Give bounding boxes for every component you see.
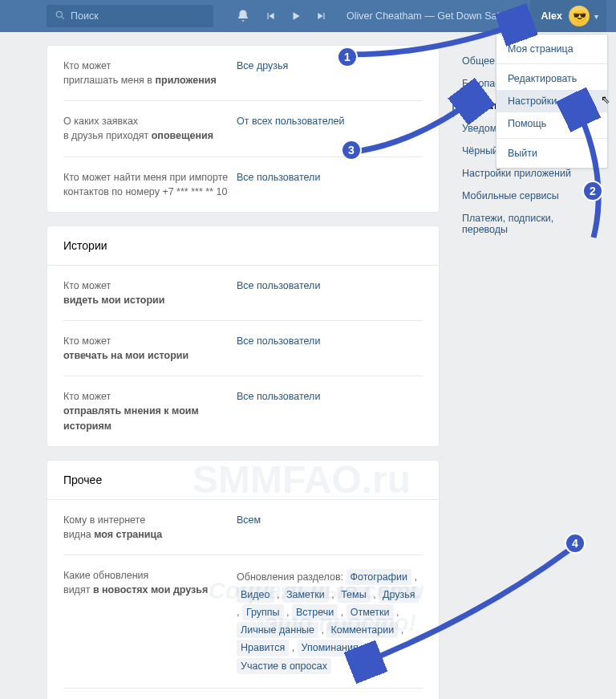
next-track-icon[interactable] xyxy=(316,10,327,22)
top-bar: Oliver Cheatham — Get Down Sat... Alex 😎… xyxy=(0,0,616,32)
setting-label: Кто может отправлять мнения к моим истор… xyxy=(63,389,237,433)
news-chip[interactable]: Личные данные xyxy=(237,622,318,638)
setting-row: Тип профиля Открытый xyxy=(63,689,423,699)
setting-value[interactable]: Всем xyxy=(237,513,423,542)
setting-label: Кто может приглашать меня в приложения xyxy=(63,59,237,87)
search-input[interactable] xyxy=(71,10,205,22)
news-chip[interactable]: Фотографии xyxy=(346,569,411,585)
setting-row: Кто может отвечать на мои историиВсе пол… xyxy=(63,321,423,376)
profile-menu-trigger[interactable]: Alex 😎 ▾ xyxy=(530,0,606,32)
menu-settings[interactable]: Настройки⇖ xyxy=(496,90,607,112)
news-chip[interactable]: Комментарии xyxy=(326,622,398,638)
chevron-down-icon: ▾ xyxy=(594,12,598,21)
prev-track-icon[interactable] xyxy=(265,10,276,22)
setting-label: Кто может найти меня при импорте контакт… xyxy=(63,170,237,199)
news-chip[interactable]: Нравится xyxy=(237,640,289,656)
sidebar-item[interactable]: Мобильные сервисы xyxy=(452,185,605,207)
menu-help[interactable]: Помощь xyxy=(496,112,607,135)
profile-dropdown: Моя страница Редактировать Настройки⇖ По… xyxy=(496,34,608,169)
card-apps-privacy: Кто может приглашать меня в приложенияВс… xyxy=(47,45,440,213)
setting-label: Какие обновления видят в новостях мои др… xyxy=(63,568,237,675)
news-chip[interactable]: Группы xyxy=(242,604,284,620)
avatar: 😎 xyxy=(569,6,590,26)
play-icon[interactable] xyxy=(290,10,302,22)
card-title: Истории xyxy=(47,226,439,266)
setting-row: О каких заявках в друзья приходят оповещ… xyxy=(63,101,423,156)
search-box[interactable] xyxy=(47,5,213,27)
menu-edit[interactable]: Редактировать xyxy=(496,67,607,90)
menu-my-page[interactable]: Моя страница xyxy=(496,38,607,60)
setting-row: Кто может видеть мои историиВсе пользова… xyxy=(63,266,423,321)
news-chip[interactable]: Встречи xyxy=(292,604,338,620)
news-chip[interactable]: Упоминания xyxy=(298,640,363,656)
news-chip[interactable]: Темы xyxy=(337,587,370,603)
bell-icon[interactable] xyxy=(236,9,250,23)
setting-label: Кто может видеть мои истории xyxy=(63,278,237,307)
card-other: Прочее Кому в интернете видна моя страни… xyxy=(47,460,440,699)
setting-row: Кто может найти меня при импорте контакт… xyxy=(63,157,423,212)
now-playing-text: Oliver Cheatham — Get Down Sat... xyxy=(346,10,502,22)
svg-line-1 xyxy=(62,16,64,18)
setting-value[interactable]: Все пользователи xyxy=(237,389,423,433)
news-chip[interactable]: Отметки xyxy=(346,604,394,620)
main-column: Кто может приглашать меня в приложенияВс… xyxy=(47,45,440,699)
news-chip[interactable]: Заметки xyxy=(282,587,329,603)
setting-value[interactable]: Все пользователи xyxy=(237,334,423,363)
cursor-icon: ⇖ xyxy=(601,93,610,106)
card-stories: Истории Кто может видеть мои историиВсе … xyxy=(47,226,440,447)
setting-value[interactable]: Все пользователи xyxy=(237,278,423,307)
username: Alex xyxy=(541,10,562,22)
news-chip[interactable]: Участие в опросах xyxy=(237,658,331,674)
setting-value[interactable]: Все пользователи xyxy=(237,170,423,199)
setting-row: Кто может приглашать меня в приложенияВс… xyxy=(63,46,423,101)
now-playing[interactable]: Oliver Cheatham — Get Down Sat... xyxy=(342,10,502,22)
setting-value[interactable]: Все друзья xyxy=(237,59,423,87)
sidebar-item[interactable]: Платежи, подписки, переводы xyxy=(452,207,605,241)
setting-value[interactable]: От всех пользователей xyxy=(237,114,423,143)
setting-row: Какие обновления видят в новостях мои др… xyxy=(63,555,423,689)
menu-logout[interactable]: Выйти xyxy=(496,142,607,165)
setting-row: Кому в интернете видна моя страница Всем xyxy=(63,500,423,555)
setting-value-updates[interactable]: Обновления разделов: Фотографии , Видео … xyxy=(237,568,423,675)
card-title: Прочее xyxy=(47,461,439,500)
news-chip[interactable]: Друзья xyxy=(379,587,419,603)
setting-label: Кому в интернете видна моя страница xyxy=(63,513,237,542)
setting-row: Кто может отправлять мнения к моим истор… xyxy=(63,376,423,445)
svg-point-0 xyxy=(56,11,62,17)
search-icon xyxy=(55,10,66,23)
setting-label: Кто может отвечать на мои истории xyxy=(63,334,237,363)
setting-label: О каких заявках в друзья приходят оповещ… xyxy=(63,114,237,143)
news-chip[interactable]: Видео xyxy=(237,587,274,603)
